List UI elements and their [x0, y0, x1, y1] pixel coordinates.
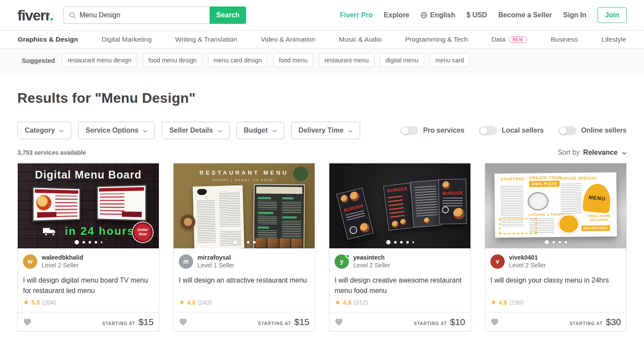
rating-count: (312) — [354, 299, 368, 306]
nav-currency[interactable]: $ USD — [467, 11, 487, 19]
delivery-truck-icon — [42, 226, 59, 237]
carousel-dots[interactable] — [18, 240, 159, 244]
gig-image[interactable]: Digital Menu Board in 24 hours Order Now — [18, 163, 159, 248]
chevron-down-icon — [348, 130, 353, 133]
filter-delivery-time-label: Delivery Time — [299, 127, 344, 134]
nav-explore[interactable]: Explore — [384, 11, 410, 19]
price-wrap[interactable]: STARTING AT $15 — [102, 317, 154, 327]
globe-icon — [421, 12, 427, 19]
filter-category-button[interactable]: Category — [17, 122, 71, 139]
doodle-menu-graphic: STARTERS CREATE YOUR OWN PIZZA CHOOSE 3 … — [494, 172, 617, 238]
gig-image[interactable]: STARTERS CREATE YOUR OWN PIZZA CHOOSE 3 … — [485, 163, 626, 248]
nav-become-seller[interactable]: Become a Seller — [498, 11, 552, 19]
category-programming-tech[interactable]: Programming & Tech — [405, 36, 467, 43]
toggle-switch-icon[interactable] — [479, 126, 497, 135]
search-button[interactable]: Search — [210, 7, 246, 24]
filter-delivery-time-button[interactable]: Delivery Time — [291, 122, 360, 139]
chef-hat-graphic: MENU — [582, 182, 612, 214]
suggested-tag-restaurant-menu[interactable]: restaurant menu — [319, 53, 375, 67]
online-sellers-toggle[interactable]: Online sellers — [559, 126, 627, 135]
price-wrap[interactable]: STARTING AT $10 — [414, 317, 465, 327]
favorite-heart-icon[interactable] — [490, 318, 499, 326]
nav-language[interactable]: English — [421, 11, 455, 19]
category-writing-translation[interactable]: Writing & Translation — [175, 36, 237, 43]
gig-title-link[interactable]: I will design your classy menu in 24hrs — [490, 275, 621, 296]
seller-avatar[interactable]: v — [490, 254, 505, 269]
avatar-initial: m — [183, 258, 188, 265]
gig-image[interactable]: RESTAURANT MENU 300DPI | READY TO PRINT — [174, 163, 315, 248]
price-wrap[interactable]: STARTING AT $30 — [570, 317, 621, 327]
suggested-tag-restaurant-menu-design[interactable]: restaurant menu design — [62, 53, 137, 67]
category-business[interactable]: Business — [551, 36, 578, 43]
category-music-audio[interactable]: Music & Audio — [339, 36, 381, 43]
carousel-dots[interactable] — [485, 240, 626, 244]
new-badge: NEW — [509, 36, 527, 43]
menu-section-label: OWN PIZZA — [529, 181, 559, 187]
avatar-initial: y — [340, 258, 344, 265]
category-data[interactable]: Data NEW — [491, 36, 527, 43]
burger-text: BURGER — [439, 190, 466, 195]
nav-sign-in[interactable]: Sign In — [563, 11, 586, 19]
seller-avatar[interactable]: w — [23, 254, 37, 269]
toggle-switch-icon[interactable] — [401, 126, 418, 135]
search-bar: Search — [63, 7, 246, 24]
category-lifestyle[interactable]: Lifestyle — [601, 36, 626, 43]
gig-image-tagline: in 24 hours — [65, 225, 135, 238]
seller-name[interactable]: vivek0401 — [509, 254, 546, 261]
seller-avatar[interactable]: y — [335, 254, 349, 269]
suggested-tag-menu-card[interactable]: menu card — [430, 53, 470, 67]
page-title: Results for "Menu Design" — [17, 90, 627, 106]
category-video-animation[interactable]: Video & Animation — [260, 36, 315, 43]
fiverr-logo[interactable]: fiverr. — [17, 7, 53, 24]
gig-card-body: v vivek0401 Level 2 Seller I will design… — [485, 248, 626, 312]
gig-title-link[interactable]: I will design creative awesome restauran… — [335, 275, 465, 296]
gig-card-footer: STARTING AT $15 — [18, 312, 159, 331]
sort-by[interactable]: Sort by Relevance — [558, 149, 627, 156]
search-field[interactable] — [63, 7, 210, 24]
filter-seller-details-label: Seller Details — [169, 127, 213, 134]
suggested-tag-food-menu[interactable]: food menu — [273, 53, 313, 67]
gig-title-link[interactable]: I will design an attractive restaurant m… — [179, 275, 309, 296]
gig-title-link[interactable]: I will design digital menu board TV menu… — [23, 275, 154, 296]
nav-fiverr-pro[interactable]: Fiverr Pro — [340, 11, 373, 19]
seller-name[interactable]: yeasintech — [353, 254, 390, 261]
pro-services-toggle[interactable]: Pro services — [401, 126, 464, 135]
suggested-tag-menu-card-design[interactable]: menu card design — [208, 53, 267, 67]
search-input[interactable] — [79, 11, 204, 19]
category-digital-marketing[interactable]: Digital Marketing — [102, 36, 151, 43]
rating-count: (196) — [509, 299, 524, 306]
seller-row: m mirzafoysal Level 1 Seller — [179, 254, 309, 269]
burger-text: BURGER — [384, 186, 411, 194]
filter-service-options-button[interactable]: Service Options — [78, 122, 155, 139]
favorite-heart-icon[interactable] — [179, 318, 187, 326]
carousel-dots[interactable] — [174, 240, 315, 244]
rating-value: 4.8 — [187, 299, 195, 306]
filter-seller-details-button[interactable]: Seller Details — [162, 122, 230, 139]
seller-level: Level 1 Seller — [197, 261, 234, 269]
join-button[interactable]: Join — [598, 7, 627, 23]
seller-name[interactable]: mirzafoysal — [197, 254, 234, 261]
category-graphics-design[interactable]: Graphics & Design — [18, 36, 78, 43]
gig-card-body: y yeasintech Level 2 Seller I will desig… — [329, 248, 470, 312]
suggested-tag-digital-menu[interactable]: digital menu — [380, 53, 424, 67]
filter-budget-label: Budget — [244, 127, 268, 134]
rating-row: ★ 5.0 (204) — [23, 299, 154, 306]
favorite-heart-icon[interactable] — [335, 318, 343, 326]
gig-image[interactable]: BURGER BURGER BURGER — [329, 163, 470, 248]
services-count: 3,753 services available — [17, 149, 86, 156]
price-wrap[interactable]: STARTING AT $15 — [258, 317, 309, 327]
gig-card-footer: STARTING AT $15 — [174, 312, 315, 331]
favorite-heart-icon[interactable] — [23, 318, 32, 326]
seller-row: y yeasintech Level 2 Seller — [335, 254, 465, 269]
local-sellers-toggle[interactable]: Local sellers — [479, 126, 544, 135]
menu-sheet-graphic — [193, 186, 244, 248]
suggested-tag-food-menu-design[interactable]: food menu design — [143, 53, 202, 67]
toggle-switch-icon[interactable] — [559, 126, 576, 135]
chevron-down-icon — [143, 130, 148, 133]
filter-budget-button[interactable]: Budget — [237, 122, 284, 139]
carousel-dots[interactable] — [329, 240, 470, 244]
avatar-initial: v — [496, 258, 499, 265]
seller-name[interactable]: waleedbkhalid — [42, 254, 83, 261]
seller-avatar[interactable]: m — [179, 254, 193, 269]
gig-card: Digital Menu Board in 24 hours Order Now… — [17, 163, 159, 332]
